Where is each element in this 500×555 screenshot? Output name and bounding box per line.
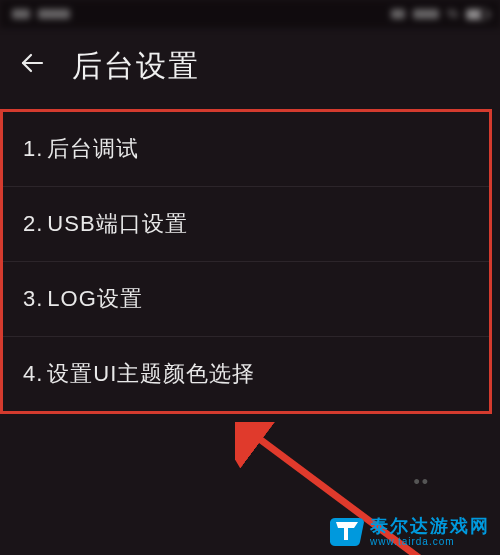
menu-item-num: 2. (23, 211, 43, 236)
menu-item-debug[interactable]: 1.后台调试 (3, 112, 489, 187)
menu-item-theme[interactable]: 4.设置UI主题颜色选择 (3, 337, 489, 411)
menu-item-usb[interactable]: 2.USB端口设置 (3, 187, 489, 262)
watermark-logo-icon (330, 516, 364, 546)
watermark-brand: 泰尔达游戏网 (370, 514, 490, 538)
menu-item-log[interactable]: 3.LOG设置 (3, 262, 489, 337)
menu-item-label: 设置UI主题颜色选择 (47, 361, 255, 386)
header: 后台设置 (0, 28, 500, 109)
menu-item-label: 后台调试 (47, 136, 139, 161)
status-bar: % (0, 0, 500, 28)
battery-icon (466, 9, 488, 20)
menu-item-label: USB端口设置 (47, 211, 187, 236)
menu-item-num: 3. (23, 286, 43, 311)
status-right: % (391, 7, 488, 21)
page-title: 后台设置 (72, 46, 200, 87)
nav-indicator-icon: •• (413, 472, 430, 493)
watermark: 泰尔达游戏网 www.tairda.com (330, 514, 490, 547)
menu-list: 1.后台调试 2.USB端口设置 3.LOG设置 4.设置UI主题颜色选择 (0, 109, 492, 414)
menu-item-num: 4. (23, 361, 43, 386)
menu-item-label: LOG设置 (47, 286, 142, 311)
status-left (12, 9, 70, 19)
back-arrow-icon[interactable] (20, 51, 44, 82)
watermark-domain: www.tairda.com (370, 536, 490, 547)
menu-item-num: 1. (23, 136, 43, 161)
battery-percent: % (447, 7, 458, 21)
